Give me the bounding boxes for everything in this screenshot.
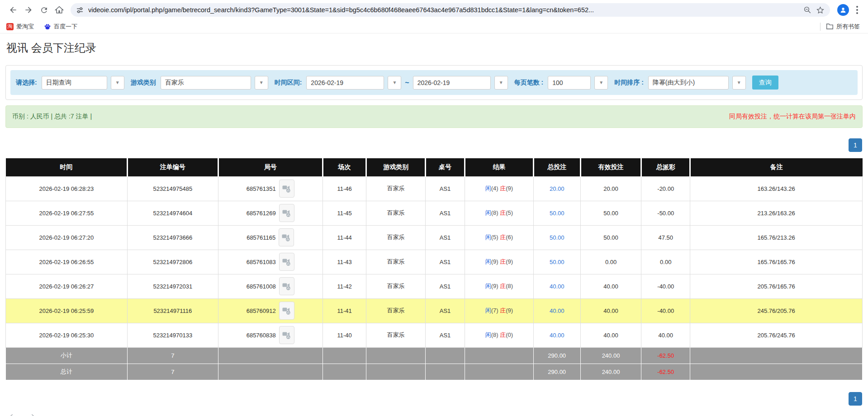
cell-payout: -50.00	[641, 201, 690, 225]
filter-select-label: 请选择:	[16, 79, 37, 87]
total-bet-link[interactable]: 50.00	[550, 259, 564, 265]
total-bet-link[interactable]: 40.00	[550, 332, 564, 339]
range-tilde: ~	[405, 79, 409, 87]
cell-game-type: 百家乐	[366, 176, 426, 201]
kebab-menu-icon	[856, 6, 858, 14]
bookmarks-bar: 淘 爱淘宝 百度一下 所有书签	[0, 20, 868, 33]
table-total-row: 总计7290.00240.00-62.50	[6, 364, 863, 380]
cell-table-no: AS1	[426, 176, 465, 201]
forward-icon[interactable]	[27, 412, 37, 416]
total-bet-link[interactable]: 40.00	[550, 283, 564, 290]
bookmarks-divider	[820, 23, 821, 31]
cell-table-no: AS1	[426, 250, 465, 274]
video-replay-button[interactable]	[279, 204, 294, 222]
pagination-page-1-top[interactable]: 1	[849, 138, 862, 152]
column-header: 注单编号	[127, 158, 218, 176]
bookmark-baidu[interactable]: 百度一下	[44, 23, 77, 31]
cell-session: 11-40	[323, 323, 366, 347]
search-button[interactable]: 查询	[752, 76, 778, 90]
table-row: 2026-02-19 06:27:55523214974604685761269…	[6, 201, 863, 225]
video-replay-button[interactable]	[279, 253, 294, 271]
video-replay-button[interactable]	[279, 277, 294, 295]
per-page-select[interactable]: 100	[548, 76, 591, 90]
total-bet-link[interactable]: 40.00	[550, 307, 564, 314]
bookmark-label: 爱淘宝	[16, 23, 34, 31]
cell-result: 闲(4) 庄(9)	[465, 176, 534, 201]
cell-session: 11-42	[323, 274, 366, 298]
video-replay-button[interactable]	[279, 302, 294, 320]
cell-total-bet: 50.00	[533, 225, 580, 250]
cell-table-no: AS1	[426, 225, 465, 250]
cell-session: 11-46	[323, 176, 366, 201]
cell-game-type: 百家乐	[366, 250, 426, 274]
browser-toolbar: videoie.com/ipl/portal.php/game/betrecor…	[0, 0, 868, 20]
column-header: 场次	[323, 158, 366, 176]
cell-valid-bet: 50.00	[580, 201, 641, 225]
game-type-select[interactable]: 百家乐	[161, 76, 251, 90]
cell-empty	[426, 347, 465, 364]
cell-empty	[323, 347, 366, 364]
cell-valid-bet: 40.00	[580, 298, 641, 323]
address-bar[interactable]: videoie.com/ipl/portal.php/game/betrecor…	[71, 3, 830, 17]
taobao-favicon: 淘	[6, 23, 14, 30]
total-bet-link[interactable]: 50.00	[550, 210, 564, 217]
home-button[interactable]	[52, 2, 67, 18]
cell-remark: 213.26/163.26	[690, 201, 863, 225]
cell-game-type: 百家乐	[366, 225, 426, 250]
back-button[interactable]	[5, 2, 21, 18]
chevron-down-icon[interactable]: ▼	[111, 76, 124, 90]
cell-total-bet: 40.00	[533, 274, 580, 298]
cell-empty	[690, 347, 863, 364]
cell-total-label: 总计	[6, 364, 128, 380]
chevron-down-icon[interactable]: ▼	[255, 76, 268, 90]
cell-total-count: 7	[127, 347, 218, 364]
zoom-out-button[interactable]	[803, 6, 811, 14]
cell-empty	[465, 364, 534, 380]
profile-button[interactable]	[837, 4, 849, 16]
cell-valid-bet-sum: 240.00	[580, 347, 641, 364]
cell-time: 2026-02-19 06:25:59	[6, 298, 128, 323]
date-to-input[interactable]: 2026-02-19	[413, 76, 491, 90]
video-icon	[282, 257, 291, 266]
date-from-input[interactable]: 2026-02-19	[306, 76, 384, 90]
video-replay-button[interactable]	[279, 228, 294, 246]
chevron-down-icon[interactable]: ▼	[388, 76, 401, 90]
chevron-down-icon[interactable]: ▼	[594, 76, 608, 90]
query-type-select[interactable]: 日期查询	[42, 76, 107, 90]
cell-bet-id: 523214972031	[127, 274, 218, 298]
column-header: 时间	[6, 158, 128, 176]
cell-empty	[465, 347, 534, 364]
total-bet-link[interactable]: 20.00	[550, 185, 564, 192]
cell-table-no: AS1	[426, 323, 465, 347]
bookmark-taobao[interactable]: 淘 爱淘宝	[6, 23, 34, 31]
video-replay-button[interactable]	[279, 326, 294, 344]
cell-bet-id: 523214972806	[127, 250, 218, 274]
cell-session: 11-45	[323, 201, 366, 225]
total-bet-link[interactable]: 50.00	[550, 234, 564, 241]
cell-total-label: 小计	[6, 347, 128, 364]
cell-game-type: 百家乐	[366, 323, 426, 347]
cell-result: 闲(8) 庄(5)	[465, 201, 534, 225]
url-text[interactable]: videoie.com/ipl/portal.php/game/betrecor…	[88, 6, 799, 14]
table-row: 2026-02-19 06:26:27523214972031685761008…	[6, 274, 863, 298]
chevron-down-icon[interactable]: ▼	[494, 76, 508, 90]
cell-bet-id: 523214971116	[127, 298, 218, 323]
cell-valid-bet: 40.00	[580, 323, 641, 347]
cell-session: 11-41	[323, 298, 366, 323]
profile-avatar-icon	[840, 6, 847, 14]
video-replay-button[interactable]	[279, 180, 294, 198]
back-icon[interactable]	[7, 412, 17, 416]
refresh-button[interactable]	[36, 2, 52, 18]
cell-table-no: AS1	[426, 298, 465, 323]
bookmark-star-button[interactable]	[816, 6, 825, 14]
browser-menu-button[interactable]	[852, 6, 863, 14]
cell-game-type: 百家乐	[366, 274, 426, 298]
star-icon	[816, 6, 825, 14]
pagination-page-1-bottom[interactable]: 1	[849, 392, 862, 406]
sort-order-select[interactable]: 降幂(由大到小)	[648, 76, 729, 90]
cell-total-bet-sum: 290.00	[533, 347, 580, 364]
chevron-down-icon[interactable]: ▼	[732, 76, 746, 90]
table-row: 2026-02-19 06:27:20523214973666685761165…	[6, 225, 863, 250]
forward-button[interactable]	[21, 2, 36, 18]
all-bookmarks-button[interactable]: 所有书签	[826, 23, 860, 31]
